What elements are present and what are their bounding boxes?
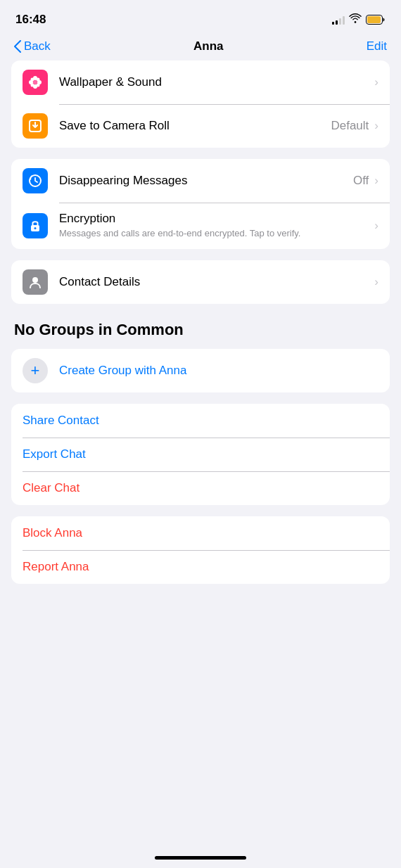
- share-contact-row[interactable]: Share Contact: [11, 404, 390, 438]
- contact-details-right: ›: [371, 275, 378, 289]
- export-chat-label: Export Chat: [23, 447, 86, 461]
- back-label: Back: [24, 39, 51, 53]
- create-group-card: + Create Group with Anna: [11, 349, 390, 392]
- camera-roll-chevron: ›: [374, 119, 378, 133]
- nav-bar: Back Anna Edit: [0, 35, 401, 60]
- camera-roll-icon: [23, 113, 48, 139]
- actions-card: Share Contact Export Chat Clear Chat: [11, 404, 390, 505]
- page-title: Anna: [193, 39, 224, 53]
- block-anna-label: Block Anna: [23, 526, 82, 540]
- svg-point-8: [31, 84, 34, 87]
- wallpaper-content: Wallpaper & Sound: [59, 75, 371, 89]
- wallpaper-label: Wallpaper & Sound: [59, 75, 371, 89]
- share-contact-label: Share Contact: [23, 414, 99, 427]
- wallpaper-row[interactable]: Wallpaper & Sound ›: [11, 60, 390, 104]
- svg-point-6: [31, 78, 34, 82]
- disappearing-icon: [23, 168, 48, 193]
- clear-chat-label: Clear Chat: [23, 481, 79, 494]
- status-time: 16:48: [15, 13, 46, 27]
- groups-header: No Groups in Common: [11, 315, 390, 349]
- camera-roll-row[interactable]: Save to Camera Roll Default ›: [11, 104, 390, 148]
- svg-point-9: [37, 84, 40, 87]
- edit-button[interactable]: Edit: [367, 39, 387, 53]
- svg-point-14: [34, 227, 37, 229]
- battery-icon: [366, 15, 386, 25]
- contact-details-content: Contact Details: [59, 275, 371, 289]
- disappearing-messages-row[interactable]: Disappearing Messages Off ›: [11, 159, 390, 203]
- encryption-chevron: ›: [374, 219, 378, 233]
- create-group-label: Create Group with Anna: [59, 364, 186, 378]
- contact-details-row[interactable]: Contact Details ›: [11, 260, 390, 304]
- report-anna-label: Report Anna: [23, 560, 89, 573]
- encryption-subtitle: Messages and calls are end-to-end encryp…: [59, 227, 371, 240]
- camera-roll-label: Save to Camera Roll: [59, 119, 331, 133]
- disappearing-value: Off: [353, 174, 369, 188]
- camera-roll-value: Default: [331, 119, 369, 133]
- report-anna-row[interactable]: Report Anna: [11, 550, 390, 584]
- media-settings-card: Wallpaper & Sound › Save to Camera Roll …: [11, 60, 390, 148]
- content-area: Wallpaper & Sound › Save to Camera Roll …: [0, 60, 401, 584]
- camera-roll-right: Default ›: [331, 119, 378, 133]
- disappearing-content: Disappearing Messages: [59, 174, 353, 188]
- clear-chat-row[interactable]: Clear Chat: [11, 471, 390, 505]
- status-bar: 16:48: [0, 0, 401, 35]
- wifi-icon: [349, 13, 362, 26]
- contact-details-card: Contact Details ›: [11, 260, 390, 304]
- contact-details-icon: [23, 269, 48, 295]
- back-button[interactable]: Back: [14, 39, 51, 53]
- export-chat-row[interactable]: Export Chat: [11, 438, 390, 471]
- encryption-row[interactable]: Encryption Messages and calls are end-to…: [11, 203, 390, 249]
- contact-details-chevron: ›: [374, 275, 378, 289]
- block-anna-row[interactable]: Block Anna: [11, 516, 390, 550]
- plus-icon: +: [23, 358, 48, 383]
- status-icons: [332, 13, 386, 26]
- svg-rect-1: [367, 16, 381, 23]
- wallpaper-icon: [23, 70, 48, 95]
- signal-icon: [332, 15, 345, 25]
- messages-card: Disappearing Messages Off › Encryption M…: [11, 159, 390, 249]
- disappearing-right: Off ›: [353, 174, 378, 188]
- svg-point-10: [33, 80, 37, 84]
- encryption-icon: [23, 213, 48, 238]
- disappearing-label: Disappearing Messages: [59, 174, 353, 188]
- wallpaper-right: ›: [371, 75, 378, 89]
- danger-card: Block Anna Report Anna: [11, 516, 390, 584]
- disappearing-chevron: ›: [374, 174, 378, 188]
- contact-details-label: Contact Details: [59, 275, 371, 289]
- create-group-row[interactable]: + Create Group with Anna: [11, 349, 390, 392]
- encryption-right: ›: [371, 219, 378, 233]
- encryption-label: Encryption: [59, 212, 371, 226]
- wallpaper-chevron: ›: [374, 75, 378, 89]
- home-indicator: [155, 856, 246, 860]
- encryption-content: Encryption Messages and calls are end-to…: [59, 212, 371, 240]
- svg-point-15: [32, 277, 38, 283]
- svg-point-7: [37, 78, 40, 82]
- camera-roll-content: Save to Camera Roll: [59, 119, 331, 133]
